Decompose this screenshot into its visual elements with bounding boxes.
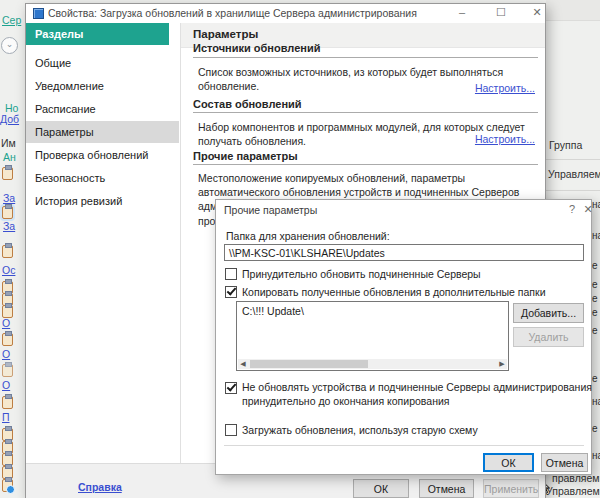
- bg-edge-fragment: е: [592, 423, 598, 434]
- close-button[interactable]: ✕: [529, 5, 545, 20]
- bg-edge-fragment: е: [592, 293, 598, 304]
- copy-updates-label[interactable]: Копировать полученные обновления в допол…: [242, 286, 546, 300]
- scroll-right-icon[interactable]: ▶: [497, 359, 507, 369]
- help-icon[interactable]: ?: [564, 202, 580, 217]
- screen: Сер ⌄ Но Доб Им Ан За За Ос О О О П Груп…: [0, 0, 600, 498]
- configure-composition-link[interactable]: Настроить...: [475, 133, 535, 145]
- task-icon-selected[interactable]: [2, 206, 13, 219]
- bg-edge-fragment: е: [592, 307, 598, 318]
- divider: [193, 164, 538, 165]
- sidebar-item-history[interactable]: История ревизий: [26, 190, 179, 212]
- section-title-other: Прочие параметры: [193, 150, 298, 162]
- sidebar-item-general[interactable]: Общие: [26, 52, 179, 74]
- bg-edge-fragment: е: [592, 279, 598, 290]
- task-icon[interactable]: [2, 245, 13, 258]
- bg-edge-fragment: е: [592, 260, 598, 271]
- section-title-composition: Состав обновлений: [193, 98, 302, 110]
- other-params-dialog: Прочие параметры ? ✕ Папка для хранения …: [215, 199, 592, 475]
- bg-server-link[interactable]: Сер: [2, 14, 21, 26]
- folder-list-item[interactable]: C:\!!! Update\: [242, 305, 304, 317]
- minimize-button[interactable]: –: [454, 5, 470, 20]
- bg-group-value: Управляемые: [546, 485, 600, 497]
- modal-cancel-button[interactable]: Отмена: [541, 453, 588, 472]
- task-icon[interactable]: [2, 333, 13, 346]
- apply-button[interactable]: Применить: [483, 479, 539, 498]
- old-scheme-label[interactable]: Загружать обновления, используя старую с…: [242, 424, 478, 438]
- wait-copy-label[interactable]: Не обновлять устройства и подчиненные Се…: [242, 381, 592, 408]
- modal-close-icon[interactable]: ✕: [580, 202, 596, 217]
- copy-updates-checkbox[interactable]: [225, 286, 237, 298]
- bg-task-link[interactable]: За: [3, 220, 15, 232]
- cancel-button[interactable]: Отмена: [419, 479, 474, 498]
- force-update-label[interactable]: Принудительно обновить подчиненные Серве…: [242, 268, 481, 282]
- configure-sources-link[interactable]: Настроить...: [475, 82, 535, 94]
- modal-ok-button[interactable]: ОК: [483, 453, 534, 472]
- bg-edge-fragment: е: [592, 373, 598, 384]
- task-icon[interactable]: [2, 167, 13, 180]
- bg-right-toolbar: [546, 0, 600, 21]
- sidebar-divider: [180, 23, 181, 464]
- divider: [224, 445, 584, 446]
- scroll-left-icon[interactable]: ◀: [238, 359, 248, 369]
- bg-edge-fragment: е: [592, 325, 598, 336]
- sidebar-item-schedule[interactable]: Расписание: [26, 98, 179, 120]
- bg-task-link[interactable]: Ос: [2, 264, 15, 276]
- sidebar-item-params[interactable]: Параметры: [26, 121, 179, 143]
- bg-task-link[interactable]: П: [2, 411, 10, 423]
- wait-copy-checkbox[interactable]: [225, 382, 237, 394]
- section-title-sources: Источники обновлений: [193, 42, 320, 54]
- divider: [546, 190, 600, 191]
- maximize-button[interactable]: ☐: [493, 5, 509, 20]
- dialog-titlebar[interactable]: Свойства: Загрузка обновлений в хранилищ…: [26, 4, 545, 22]
- dialog-title: Свойства: Загрузка обновлений в хранилищ…: [48, 7, 417, 19]
- bg-task-link[interactable]: О: [2, 379, 10, 391]
- content-header: Параметры: [193, 28, 258, 40]
- old-scheme-checkbox[interactable]: [225, 424, 237, 436]
- ok-button[interactable]: ОК: [353, 479, 409, 498]
- sidebar-item-verify[interactable]: Проверка обновлений: [26, 144, 179, 166]
- app-icon: [33, 8, 44, 19]
- collapse-chevron-button[interactable]: ⌄: [1, 37, 18, 54]
- folder-label: Папка для хранения обновлений:: [226, 230, 390, 244]
- modal-titlebar[interactable]: Прочие параметры ? ✕: [216, 200, 591, 220]
- bg-task-link[interactable]: О: [2, 317, 10, 329]
- divider: [193, 57, 538, 58]
- help-link[interactable]: Справка: [78, 481, 122, 493]
- divider: [546, 159, 600, 160]
- horizontal-scrollbar[interactable]: ◀ ▶: [238, 359, 507, 369]
- remove-folder-button[interactable]: Удалить: [513, 327, 584, 347]
- divider: [193, 112, 538, 113]
- bg-edge-fragment: на: [592, 450, 600, 461]
- bg-group-value: Управляемые: [548, 168, 600, 180]
- sections-header: Разделы: [26, 23, 169, 45]
- sidebar-item-security[interactable]: Безопасность: [26, 167, 179, 189]
- bg-task-link[interactable]: О: [2, 348, 10, 360]
- folder-path-input[interactable]: \\PM-KSC-01\KLSHARE\Updates: [224, 244, 584, 261]
- bg-left-fragment[interactable]: Ан: [3, 151, 16, 163]
- task-icon-badged[interactable]: [2, 479, 13, 492]
- bg-edge-fragment: на: [592, 396, 600, 407]
- bg-group-column-header: Группа: [549, 139, 582, 151]
- bg-edge-fragment: на: [592, 230, 600, 241]
- folders-listbox[interactable]: C:\!!! Update\ ◀ ▶: [236, 301, 509, 371]
- bg-add-link[interactable]: Доб: [0, 113, 19, 125]
- task-icon[interactable]: [2, 396, 13, 409]
- force-update-checkbox[interactable]: [225, 268, 237, 280]
- add-folder-button[interactable]: Добавить...: [513, 303, 584, 323]
- sidebar-item-notify[interactable]: Уведомление: [26, 75, 179, 97]
- task-icon[interactable]: [2, 364, 13, 377]
- modal-title: Прочие параметры: [224, 204, 317, 216]
- bg-task-link[interactable]: За: [3, 192, 15, 204]
- bg-column-header-fragment: Им: [1, 137, 16, 149]
- scrollbar-thumb[interactable]: [250, 360, 368, 368]
